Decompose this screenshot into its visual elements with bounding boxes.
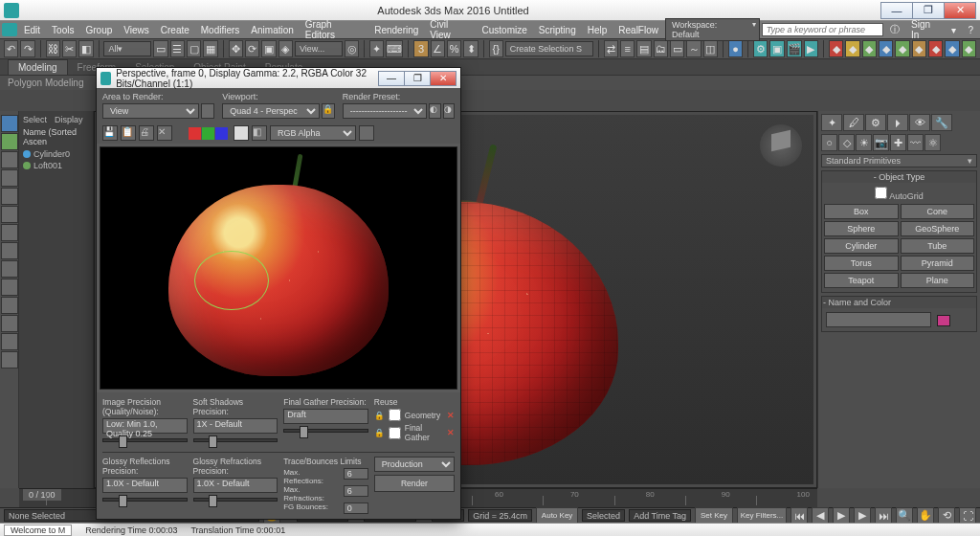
grefl-select[interactable]: 1.0X - Default <box>102 478 188 493</box>
cat-space[interactable]: 〰 <box>907 134 924 151</box>
signin-link[interactable]: Sign In <box>906 19 945 40</box>
play-next-button[interactable]: ▶ <box>854 507 871 525</box>
play-end-button[interactable]: ⏭ <box>875 507 892 525</box>
refcoord-select[interactable]: View... <box>295 41 343 56</box>
menu-modifiers[interactable]: Modifiers <box>196 25 245 35</box>
unlink-button[interactable]: ✂ <box>62 40 77 57</box>
btn-pyramid[interactable]: Pyramid <box>901 256 975 271</box>
render-min-button[interactable]: — <box>378 71 405 86</box>
tab-modeling[interactable]: Modeling <box>8 59 68 75</box>
bind-button[interactable]: ◧ <box>78 40 93 57</box>
cat-cameras[interactable]: 📷 <box>873 134 889 151</box>
realflow-btn2[interactable]: ◆ <box>845 40 859 57</box>
keymode-select[interactable]: Selected <box>582 509 625 522</box>
realflow-btn9[interactable]: ◆ <box>962 40 976 57</box>
cmd-tab-create[interactable]: ✦ <box>821 114 842 131</box>
realflow-btn1[interactable]: ◆ <box>829 40 843 57</box>
cat-lights[interactable]: ☀ <box>856 134 872 151</box>
cat-geometry[interactable]: ○ <box>821 134 837 151</box>
print-button[interactable]: 🖨 <box>139 125 154 141</box>
fg-x[interactable]: ✕ <box>447 428 455 437</box>
play-start-button[interactable]: ⏮ <box>791 507 808 525</box>
finalg-select[interactable]: Draft <box>283 409 368 424</box>
btn-tube[interactable]: Tube <box>901 238 975 254</box>
move-button[interactable]: ✥ <box>229 40 243 57</box>
softsh-select[interactable]: 1X - Default <box>193 418 278 434</box>
grefl-slider[interactable] <box>102 498 188 502</box>
autokey-button[interactable]: Auto Key <box>536 507 578 525</box>
strip-btn9[interactable] <box>1 260 18 278</box>
keyboard-button[interactable]: ⌨ <box>386 40 403 57</box>
btn-geosphere[interactable]: GeoSphere <box>901 221 975 236</box>
ribbon-polygon-modeling[interactable]: Polygon Modeling <box>8 78 84 88</box>
mirror-button[interactable]: ⇄ <box>604 40 618 57</box>
scene-display-tab[interactable]: Display <box>55 115 83 124</box>
autogrid-checkbox[interactable] <box>875 187 887 199</box>
undo-button[interactable]: ↶ <box>4 40 18 57</box>
strip-btn6[interactable] <box>1 206 18 223</box>
menu-animation[interactable]: Animation <box>246 25 298 35</box>
strip-btn13[interactable] <box>1 333 18 350</box>
cmd-tab-modify[interactable]: 🖊 <box>843 114 864 131</box>
layers-button[interactable]: ▤ <box>636 40 651 57</box>
strip-btn4[interactable] <box>1 169 18 187</box>
render-max-button[interactable]: ❐ <box>404 71 431 86</box>
align-button[interactable]: ≡ <box>620 40 635 57</box>
cat-shapes[interactable]: ◇ <box>838 134 855 151</box>
cmd-tab-hierarchy[interactable]: ⚙ <box>865 114 886 131</box>
imgprec-slider[interactable] <box>102 438 188 442</box>
percent-snap-button[interactable]: % <box>447 40 461 57</box>
menu-edit[interactable]: Edit <box>19 25 45 35</box>
scene-column-header[interactable]: Name (Sorted Ascen <box>23 127 89 146</box>
editnamed-button[interactable]: {} <box>489 40 503 57</box>
maximize-button[interactable]: ❐ <box>912 2 945 19</box>
channel-btn[interactable] <box>359 125 374 141</box>
ribbon-toggle[interactable]: ▭ <box>670 40 684 57</box>
realflow-btn5[interactable]: ◆ <box>895 40 909 57</box>
play-button[interactable]: ▶ <box>833 507 850 525</box>
maxrefr-input[interactable] <box>344 485 368 497</box>
imgprec-select[interactable]: Low: Min 1.0, Quality 0.25 <box>102 418 188 434</box>
cmd-tab-display[interactable]: 👁 <box>909 114 930 131</box>
subcategory-select[interactable]: Standard Primitives▾ <box>821 154 977 168</box>
btn-torus[interactable]: Torus <box>824 256 899 271</box>
strip-btn2[interactable] <box>1 133 18 150</box>
help-icon[interactable]: ? <box>963 25 978 35</box>
cmd-tab-utilities[interactable]: 🔧 <box>931 114 952 131</box>
render-view[interactable] <box>100 146 457 390</box>
maxrefl-input[interactable] <box>344 468 368 480</box>
reuse-fg-check[interactable] <box>389 427 401 439</box>
infocenter-icon[interactable]: ⓘ <box>885 23 904 36</box>
menu-rendering[interactable]: Rendering <box>369 25 423 35</box>
scene-select-tab[interactable]: Select <box>23 115 47 124</box>
rotate-button[interactable]: ⟳ <box>245 40 259 57</box>
snap-toggle[interactable]: 3 <box>413 40 428 57</box>
menu-tools[interactable]: Tools <box>47 25 78 35</box>
finalg-slider[interactable] <box>283 429 368 433</box>
lock-fg-icon[interactable]: 🔒 <box>374 428 385 437</box>
render-iter-button[interactable]: ▶ <box>804 40 818 57</box>
signin-chevron-icon[interactable]: ▾ <box>947 25 961 35</box>
lock-geom-icon[interactable]: 🔒 <box>374 411 385 420</box>
strip-btn3[interactable] <box>1 151 18 168</box>
alpha-button[interactable] <box>234 125 249 141</box>
schematic-button[interactable]: ◫ <box>703 40 718 57</box>
app-menu-icon[interactable] <box>2 23 17 36</box>
area-btn[interactable] <box>201 103 214 119</box>
place-button[interactable]: ◈ <box>278 40 293 57</box>
btn-cylinder[interactable]: Cylinder <box>824 238 899 254</box>
menu-customize[interactable]: Customize <box>478 25 532 35</box>
btn-box[interactable]: Box <box>824 204 899 219</box>
clone-button[interactable]: 📋 <box>121 125 136 141</box>
cmd-tab-motion[interactable]: ⏵ <box>887 114 908 131</box>
area-select[interactable]: View <box>102 103 199 119</box>
menu-views[interactable]: Views <box>119 25 154 35</box>
select-rect-button[interactable]: ▢ <box>187 40 201 57</box>
material-editor-button[interactable]: ● <box>728 40 743 57</box>
curve-editor-button[interactable]: ～ <box>686 40 701 57</box>
scale-button[interactable]: ▣ <box>261 40 276 57</box>
nav-pan-button[interactable]: ✋ <box>917 507 934 525</box>
manipulate-button[interactable]: ✦ <box>369 40 384 57</box>
viewport-lock[interactable]: 🔒 <box>322 103 335 119</box>
btn-plane[interactable]: Plane <box>901 273 975 288</box>
